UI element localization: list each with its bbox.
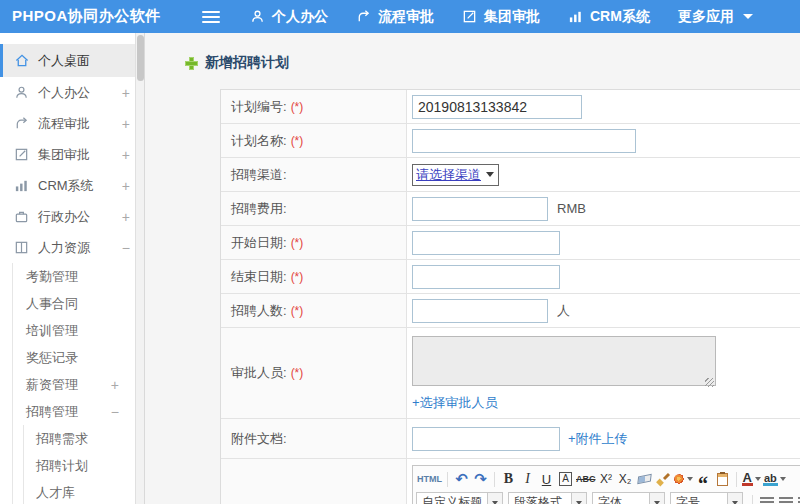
top-menu-more-apps[interactable]: 更多应用 [678, 8, 753, 26]
expand-toggle[interactable]: + [111, 378, 119, 392]
form-row-headcount: 招聘人数: (*) 人 [221, 294, 800, 328]
font-size-dropdown[interactable]: 字号 [670, 492, 743, 504]
collapse-toggle[interactable]: − [122, 241, 130, 255]
expand-toggle[interactable]: + [122, 210, 130, 224]
bold-button[interactable]: B [499, 469, 518, 489]
field-label: 招聘渠道: [221, 158, 407, 191]
italic-button[interactable]: I [518, 469, 537, 489]
subscript-button[interactable]: X₂ [616, 469, 635, 489]
plus-icon [185, 57, 198, 70]
sidebar-scrollbar-thumb[interactable] [137, 35, 144, 81]
paste-button[interactable] [713, 469, 732, 489]
underline-button[interactable]: U [537, 469, 556, 489]
toolbar-separator [494, 472, 495, 487]
blockquote-button[interactable]: “ [694, 469, 713, 489]
sidebar-item-attendance[interactable]: 考勤管理 [13, 263, 144, 290]
align-left-button[interactable] [757, 493, 776, 504]
end-date-input[interactable] [412, 265, 560, 289]
sidebar-item-personal-office[interactable]: 个人办公 + [0, 77, 144, 108]
sidebar-item-recruit-plan[interactable]: 招聘计划 [24, 452, 144, 479]
editor-toolbar-row2: 自定义标题 段落格式 字体 字号 [413, 491, 800, 504]
strikethrough-button[interactable]: ABC [575, 469, 597, 489]
headcount-unit: 人 [557, 302, 570, 320]
form-row-start-date: 开始日期: (*) [221, 226, 800, 260]
sidebar-item-personal-desktop[interactable]: 个人桌面 [0, 44, 144, 77]
align-left-icon [760, 497, 774, 504]
required-mark: (*) [291, 366, 304, 380]
required-mark: (*) [291, 134, 304, 148]
recruit-plan-form: 计划编号: (*) 计划名称: (*) 招聘渠道: 请选择渠道 [220, 89, 800, 504]
custom-title-dropdown[interactable]: 自定义标题 [416, 492, 503, 504]
expand-toggle[interactable]: + [122, 117, 130, 131]
start-date-input[interactable] [412, 231, 560, 255]
align-right-button[interactable] [795, 493, 800, 504]
sidebar-item-recruit-demand[interactable]: 招聘需求 [24, 425, 144, 452]
font-color-button[interactable]: A [741, 469, 762, 489]
headcount-input[interactable] [412, 299, 548, 323]
attachment-upload-link[interactable]: +附件上传 [568, 430, 628, 448]
sidebar-item-group-approval[interactable]: 集团审批 + [0, 139, 144, 170]
source-code-button[interactable]: HTML [416, 469, 443, 489]
hamburger-icon[interactable] [202, 11, 220, 23]
sidebar-item-recruit-mgmt[interactable]: 招聘管理 − [13, 398, 144, 425]
topbar: PHPOA协同办公软件 个人办公 流程审批 集团审批 CRM系统 [0, 0, 800, 33]
form-row-attachment: 附件文档: +附件上传 [221, 419, 800, 459]
editor-toolbar-row1: HTML ↶ ↷ B I U A ABC X² X₂ [413, 466, 800, 491]
expand-toggle[interactable]: + [122, 179, 130, 193]
resize-handle-icon[interactable] [705, 378, 714, 387]
caret-down-icon [571, 493, 586, 504]
sidebar-item-hr[interactable]: 人力资源 − [0, 232, 144, 263]
sidebar-item-talent-pool[interactable]: 人才库 [24, 479, 144, 504]
undo-button[interactable]: ↶ [452, 469, 471, 489]
toolbar-separator [447, 472, 448, 487]
form-row-approvers: 审批人员: (*) +选择审批人员 [221, 328, 800, 419]
top-menu-personal-office[interactable]: 个人办公 [250, 8, 328, 26]
form-row-editor: HTML ↶ ↷ B I U A ABC X² X₂ [221, 459, 800, 504]
expand-toggle[interactable]: + [122, 86, 130, 100]
sidebar-item-salary[interactable]: 薪资管理 + [13, 371, 144, 398]
sidebar-item-training[interactable]: 培训管理 [13, 317, 144, 344]
briefcase-icon [13, 209, 30, 225]
approvers-textarea[interactable] [412, 336, 716, 386]
attachment-input[interactable] [412, 427, 560, 451]
font-family-dropdown[interactable]: 字体 [592, 492, 665, 504]
main-content: 新增招聘计划 计划编号: (*) 计划名称: (*) 招聘渠道: [145, 33, 800, 504]
form-row-plan-number: 计划编号: (*) [221, 90, 800, 124]
home-icon [13, 53, 30, 69]
edit-icon [13, 147, 30, 163]
autotypeset-button[interactable]: A [556, 469, 575, 489]
top-menu-group-approval[interactable]: 集团审批 [462, 8, 540, 26]
top-menu-crm[interactable]: CRM系统 [568, 8, 650, 26]
chart-icon [13, 178, 30, 194]
align-center-button[interactable] [776, 493, 795, 504]
redo-button[interactable]: ↷ [471, 469, 490, 489]
sidebar-item-process-approval[interactable]: 流程审批 + [0, 108, 144, 139]
collapse-toggle[interactable]: − [111, 405, 119, 419]
required-mark: (*) [291, 236, 304, 250]
sidebar-item-crm[interactable]: CRM系统 + [0, 170, 144, 201]
top-menu-process-approval[interactable]: 流程审批 [356, 8, 434, 26]
required-mark: (*) [291, 270, 304, 284]
expand-toggle[interactable]: + [122, 148, 130, 162]
sidebar-item-hr-contract[interactable]: 人事合同 [13, 290, 144, 317]
plan-name-input[interactable] [412, 129, 636, 153]
caret-down-icon [487, 493, 502, 504]
highlight-color-button[interactable]: ab [762, 469, 787, 489]
superscript-button[interactable]: X² [597, 469, 616, 489]
field-label: 计划名称: (*) [221, 124, 407, 157]
format-painter-button[interactable] [654, 469, 673, 489]
format-painter-icon [657, 473, 669, 485]
fee-input[interactable] [412, 197, 548, 221]
paragraph-format-dropdown[interactable]: 段落格式 [508, 492, 587, 504]
sidebar-item-admin-office[interactable]: 行政办公 + [0, 201, 144, 232]
spray-color-button[interactable] [673, 469, 694, 489]
plan-number-input[interactable] [412, 95, 582, 119]
sidebar-item-rewards[interactable]: 奖惩记录 [13, 344, 144, 371]
form-row-plan-name: 计划名称: (*) [221, 124, 800, 158]
caret-down-icon [743, 14, 753, 19]
select-approvers-link[interactable]: +选择审批人员 [412, 394, 498, 412]
channel-select[interactable]: 请选择渠道 [412, 164, 499, 186]
remove-format-button[interactable] [635, 469, 654, 489]
person-icon [13, 85, 30, 101]
sidebar-scrollbar[interactable] [135, 33, 144, 504]
